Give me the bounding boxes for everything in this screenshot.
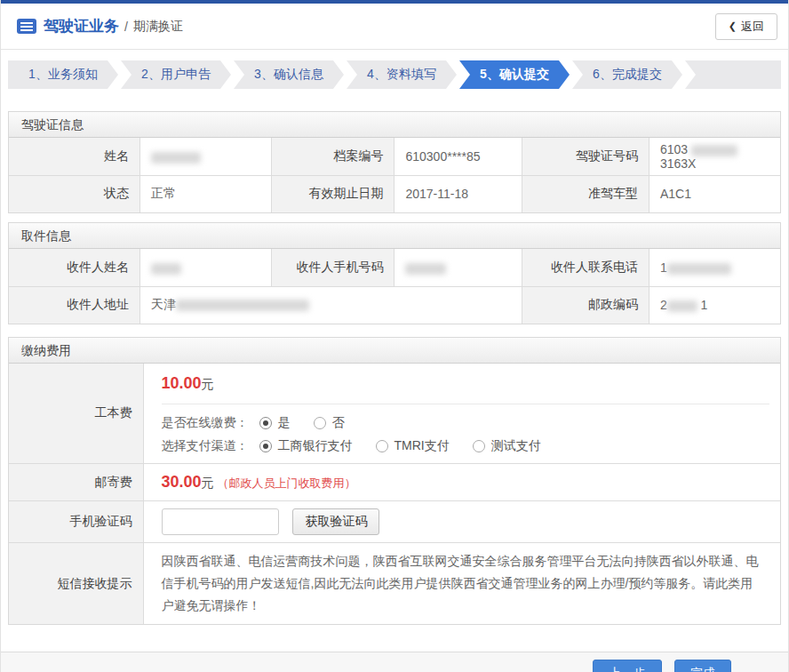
label-recipient-phone: 收件人联系电话	[522, 249, 649, 286]
finish-button[interactable]: 完成	[674, 660, 731, 672]
section-license-info: 驾驶证信息 姓名 档案编号 610300****85 驾驶证号码 6103 31…	[8, 111, 781, 213]
section-title-license: 驾驶证信息	[9, 112, 780, 138]
value-postal-code: 2 1	[649, 286, 780, 324]
footer-actions: 上一步 完成	[1, 652, 788, 672]
redacted-value	[667, 263, 731, 275]
sms-code-input[interactable]	[162, 508, 279, 535]
section-title-fees: 缴纳费用	[9, 338, 780, 364]
sms-tip-text: 因陕西省联通、电信运营商技术问题，陕西省互联网交通安全综合服务管理平台无法向持陕…	[143, 543, 780, 625]
label-name: 姓名	[9, 138, 140, 175]
label-valid-until: 有效期止日期	[271, 175, 394, 212]
table-row: 收件人姓名 收件人手机号码 收件人联系电话 1	[9, 249, 780, 286]
breadcrumb-current: 期满换证	[133, 19, 183, 35]
value-recipient-mobile	[394, 249, 522, 286]
label-postage-fee: 邮寄费	[9, 464, 143, 501]
label-vehicle-class: 准驾车型	[522, 175, 649, 212]
value-valid-until: 2017-11-18	[394, 175, 522, 212]
label-recipient-mobile: 收件人手机号码	[271, 249, 394, 286]
radio-icon	[473, 440, 485, 452]
value-file-number: 610300****85	[394, 138, 522, 175]
label-postal-code: 邮政编码	[522, 286, 649, 324]
step-6[interactable]: 6、完成提交	[572, 60, 682, 89]
radio-pay-online-yes[interactable]: 是	[259, 415, 291, 431]
online-pay-question: 是否在线缴费：	[162, 415, 259, 431]
label-sms-code: 手机验证码	[9, 501, 143, 543]
table-row: 状态 正常 有效期止日期 2017-11-18 准驾车型 A1C1	[9, 175, 780, 212]
section-pickup-info: 取件信息 收件人姓名 收件人手机号码 收件人联系电话 1 收件人地址 天津 邮政…	[8, 222, 781, 324]
section-title-pickup: 取件信息	[9, 223, 780, 249]
production-fee-amount: 10.00元	[162, 374, 781, 404]
divider	[162, 404, 770, 404]
license-table: 姓名 档案编号 610300****85 驾驶证号码 6103 3163X 状态…	[9, 138, 780, 212]
redacted-value	[691, 145, 737, 156]
value-vehicle-class: A1C1	[649, 175, 780, 212]
page-header: 驾驶证业务 / 期满换证 ❮ 返回	[1, 4, 788, 50]
back-button[interactable]: ❮ 返回	[715, 13, 777, 40]
radio-icon	[314, 417, 326, 429]
chevron-left-icon: ❮	[729, 20, 737, 32]
redacted-value	[151, 263, 181, 275]
radio-channel-test[interactable]: 测试支付	[473, 438, 541, 454]
value-status: 正常	[140, 175, 272, 212]
redacted-value	[667, 300, 697, 312]
radio-icon	[259, 440, 272, 452]
step-bar-tail	[685, 60, 781, 89]
table-row: 收件人地址 天津 邮政编码 2 1	[9, 286, 780, 324]
sms-code-cell: 获取验证码	[143, 501, 780, 543]
redacted-value	[151, 152, 201, 164]
label-recipient-address: 收件人地址	[9, 286, 140, 324]
step-2[interactable]: 2、用户申告	[121, 60, 231, 89]
production-fee-cell: 10.00元 是否在线缴费： 是 否 选择支付渠道： 工商银行支付 TMRI支付…	[143, 364, 780, 464]
redacted-value	[176, 300, 309, 311]
section-fees: 缴纳费用 工本费 10.00元 是否在线缴费： 是 否 选择支付渠道：	[8, 337, 781, 625]
table-row: 短信接收提示 因陕西省联通、电信运营商技术问题，陕西省互联网交通安全综合服务管理…	[9, 543, 780, 625]
label-license-number: 驾驶证号码	[522, 138, 649, 175]
value-recipient-name	[140, 249, 272, 286]
back-button-label: 返回	[741, 19, 764, 35]
value-name	[140, 138, 272, 175]
page: 驾驶证业务 / 期满换证 ❮ 返回 1、业务须知 2、用户申告 3、确认信息 4…	[0, 0, 789, 672]
breadcrumb-separator: /	[124, 20, 128, 34]
table-row: 姓名 档案编号 610300****85 驾驶证号码 6103 3163X	[9, 138, 780, 175]
step-5-active[interactable]: 5、确认提交	[459, 60, 570, 89]
pay-channel-question: 选择支付渠道：	[162, 438, 259, 454]
step-1[interactable]: 1、业务须知	[8, 60, 118, 89]
radio-channel-tmri[interactable]: TMRI支付	[376, 438, 450, 454]
postage-note: （邮政人员上门收取费用）	[218, 476, 356, 490]
table-row: 手机验证码 获取验证码	[9, 501, 780, 543]
label-file-number: 档案编号	[271, 138, 394, 175]
label-sms-tip: 短信接收提示	[9, 543, 143, 625]
label-recipient-name: 收件人姓名	[9, 249, 140, 286]
online-pay-row: 是否在线缴费： 是 否	[162, 415, 781, 431]
step-3[interactable]: 3、确认信息	[234, 60, 344, 89]
radio-icon	[259, 417, 272, 429]
step-4[interactable]: 4、资料填写	[347, 60, 457, 89]
radio-channel-icbc[interactable]: 工商银行支付	[259, 438, 353, 454]
value-recipient-phone: 1	[649, 249, 780, 286]
label-status: 状态	[9, 175, 140, 212]
redacted-value	[405, 263, 446, 275]
value-recipient-address: 天津	[140, 286, 522, 324]
value-license-number: 6103 3163X	[649, 138, 780, 175]
fees-table: 工本费 10.00元 是否在线缴费： 是 否 选择支付渠道： 工商银行支付 TM…	[9, 364, 780, 624]
table-row: 邮寄费 30.00元（邮政人员上门收取费用）	[9, 464, 780, 501]
previous-step-button[interactable]: 上一步	[593, 660, 662, 672]
label-production-fee: 工本费	[9, 364, 143, 464]
radio-pay-online-no[interactable]: 否	[314, 415, 345, 431]
page-title: 驾驶证业务	[44, 16, 119, 36]
pickup-table: 收件人姓名 收件人手机号码 收件人联系电话 1 收件人地址 天津 邮政编码 2 …	[9, 249, 780, 324]
get-code-button[interactable]: 获取验证码	[292, 508, 379, 535]
list-icon	[17, 19, 36, 34]
step-wizard: 1、业务须知 2、用户申告 3、确认信息 4、资料填写 5、确认提交 6、完成提…	[8, 60, 781, 89]
pay-channel-row: 选择支付渠道： 工商银行支付 TMRI支付 测试支付	[162, 438, 781, 454]
table-row: 工本费 10.00元 是否在线缴费： 是 否 选择支付渠道： 工商银行支付 TM…	[9, 364, 780, 464]
postage-fee-cell: 30.00元（邮政人员上门收取费用）	[143, 464, 780, 501]
radio-icon	[376, 440, 388, 452]
